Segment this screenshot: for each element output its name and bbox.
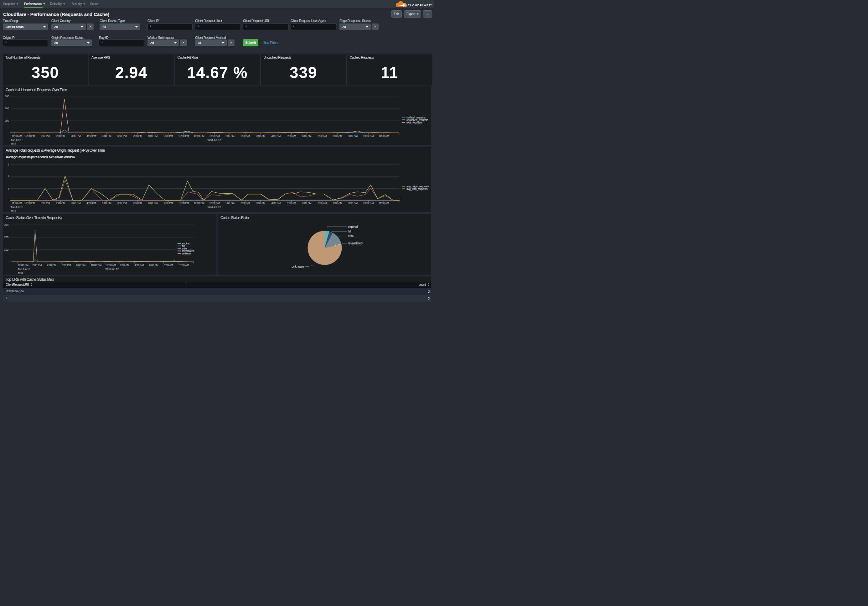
svg-text:5:00 PM: 5:00 PM bbox=[102, 134, 112, 138]
svg-text:6:00 PM: 6:00 PM bbox=[118, 134, 127, 138]
svg-text:7:00 PM: 7:00 PM bbox=[133, 202, 142, 205]
svg-text:100: 100 bbox=[5, 119, 9, 122]
svg-text:Tue Jun 11: Tue Jun 11 bbox=[11, 205, 23, 209]
svg-text:8:00 PM: 8:00 PM bbox=[148, 134, 158, 138]
svg-text:Wed Jun 12: Wed Jun 12 bbox=[105, 267, 119, 271]
svg-text:8:00 AM: 8:00 AM bbox=[164, 264, 173, 267]
svg-text:4:00 PM: 4:00 PM bbox=[87, 134, 96, 138]
svg-text:10:00 PM: 10:00 PM bbox=[91, 264, 101, 267]
svg-text:miss: miss bbox=[348, 234, 354, 238]
svg-text:1:00 AM: 1:00 AM bbox=[225, 134, 234, 138]
svg-text:11:00 AM: 11:00 AM bbox=[12, 202, 22, 205]
svg-text:11:00 PM: 11:00 PM bbox=[194, 202, 205, 205]
svg-text:hit: hit bbox=[348, 230, 351, 233]
svg-text:1:00 PM: 1:00 PM bbox=[40, 202, 50, 205]
svg-text:8:00 PM: 8:00 PM bbox=[148, 202, 158, 205]
svg-text:revalidated: revalidated bbox=[348, 242, 363, 245]
svg-text:9:00 PM: 9:00 PM bbox=[163, 134, 173, 138]
svg-text:200: 200 bbox=[4, 236, 8, 239]
svg-text:9:00 PM: 9:00 PM bbox=[163, 202, 173, 205]
svg-text:10:00 AM: 10:00 AM bbox=[363, 202, 374, 205]
svg-text:100: 100 bbox=[4, 248, 8, 251]
svg-text:4:00 AM: 4:00 AM bbox=[271, 134, 281, 138]
svg-text:Wed Jun 12: Wed Jun 12 bbox=[208, 205, 221, 209]
svg-text:4:00 AM: 4:00 AM bbox=[271, 202, 281, 205]
svg-text:9:00 AM: 9:00 AM bbox=[349, 202, 358, 205]
svg-text:7:00 AM: 7:00 AM bbox=[318, 202, 327, 205]
svg-text:2019: 2019 bbox=[18, 272, 23, 275]
svg-text:1:00 PM: 1:00 PM bbox=[40, 134, 50, 138]
svg-text:2:00 AM: 2:00 AM bbox=[120, 264, 129, 267]
svg-text:expired: expired bbox=[348, 225, 358, 228]
svg-text:6:00 PM: 6:00 PM bbox=[61, 264, 71, 267]
svg-text:unknown: unknown bbox=[291, 264, 304, 268]
svg-text:2:00 AM: 2:00 AM bbox=[240, 134, 250, 138]
svg-text:4:00 PM: 4:00 PM bbox=[47, 264, 56, 267]
svg-text:10:00 AM: 10:00 AM bbox=[363, 134, 374, 138]
svg-text:12:00 AM: 12:00 AM bbox=[105, 264, 116, 267]
svg-text:12:00 AM: 12:00 AM bbox=[209, 134, 220, 138]
svg-text:7:00 AM: 7:00 AM bbox=[318, 134, 327, 138]
svg-text:11:00 PM: 11:00 PM bbox=[194, 134, 205, 138]
svg-text:12:00 AM: 12:00 AM bbox=[209, 202, 220, 205]
svg-text:2019: 2019 bbox=[11, 210, 16, 212]
svg-text:3:00 AM: 3:00 AM bbox=[256, 202, 265, 205]
svg-text:2:00 PM: 2:00 PM bbox=[32, 264, 42, 267]
svg-text:10:00 PM: 10:00 PM bbox=[178, 134, 189, 138]
svg-text:11:00 AM: 11:00 AM bbox=[378, 202, 389, 205]
svg-text:12:00 PM: 12:00 PM bbox=[25, 134, 35, 138]
svg-text:300: 300 bbox=[4, 223, 8, 226]
svg-text:8:00 AM: 8:00 AM bbox=[333, 202, 342, 205]
svg-text:6:00 AM: 6:00 AM bbox=[302, 134, 312, 138]
svg-text:5:00 AM: 5:00 AM bbox=[287, 202, 296, 205]
svg-text:10:00 AM: 10:00 AM bbox=[178, 264, 189, 267]
svg-text:4:00 AM: 4:00 AM bbox=[135, 264, 144, 267]
svg-text:6:00 PM: 6:00 PM bbox=[118, 202, 127, 205]
svg-text:6: 6 bbox=[8, 163, 9, 166]
svg-text:2:00 PM: 2:00 PM bbox=[56, 202, 65, 205]
svg-text:12:00 PM: 12:00 PM bbox=[18, 264, 28, 267]
svg-text:3:00 PM: 3:00 PM bbox=[71, 202, 81, 205]
svg-text:1:00 AM: 1:00 AM bbox=[225, 202, 234, 205]
svg-text:5:00 PM: 5:00 PM bbox=[102, 202, 112, 205]
svg-text:4: 4 bbox=[8, 175, 9, 178]
svg-text:12:00 PM: 12:00 PM bbox=[25, 202, 35, 205]
svg-text:2:00 AM: 2:00 AM bbox=[240, 202, 250, 205]
svg-text:3:00 PM: 3:00 PM bbox=[71, 134, 81, 138]
svg-text:2: 2 bbox=[8, 187, 9, 190]
svg-text:avg_total_requests: avg_total_requests bbox=[406, 187, 428, 191]
svg-text:2:00 PM: 2:00 PM bbox=[56, 134, 65, 138]
svg-text:8:00 PM: 8:00 PM bbox=[76, 264, 85, 267]
svg-text:unknown: unknown bbox=[182, 252, 192, 255]
svg-text:9:00 AM: 9:00 AM bbox=[349, 134, 358, 138]
svg-text:200: 200 bbox=[5, 107, 9, 110]
svg-text:11:00 AM: 11:00 AM bbox=[12, 134, 22, 138]
svg-text:7:00 PM: 7:00 PM bbox=[133, 134, 142, 138]
svg-text:8:00 AM: 8:00 AM bbox=[333, 134, 342, 138]
svg-text:Tue Jun 11: Tue Jun 11 bbox=[11, 138, 23, 141]
svg-text:5:00 AM: 5:00 AM bbox=[287, 134, 296, 138]
svg-text:2019: 2019 bbox=[11, 143, 16, 145]
svg-text:300: 300 bbox=[5, 95, 9, 98]
svg-text:6:00 AM: 6:00 AM bbox=[149, 264, 158, 267]
svg-text:11:00 AM: 11:00 AM bbox=[378, 134, 389, 138]
svg-text:Wed Jun 12: Wed Jun 12 bbox=[208, 138, 221, 141]
svg-text:4:00 PM: 4:00 PM bbox=[87, 202, 96, 205]
svg-text:6:00 AM: 6:00 AM bbox=[302, 202, 312, 205]
svg-text:Tue Jun 11: Tue Jun 11 bbox=[18, 267, 30, 271]
svg-text:total_requests: total_requests bbox=[406, 121, 422, 124]
svg-text:3:00 AM: 3:00 AM bbox=[256, 134, 265, 138]
svg-text:10:00 PM: 10:00 PM bbox=[178, 202, 189, 205]
